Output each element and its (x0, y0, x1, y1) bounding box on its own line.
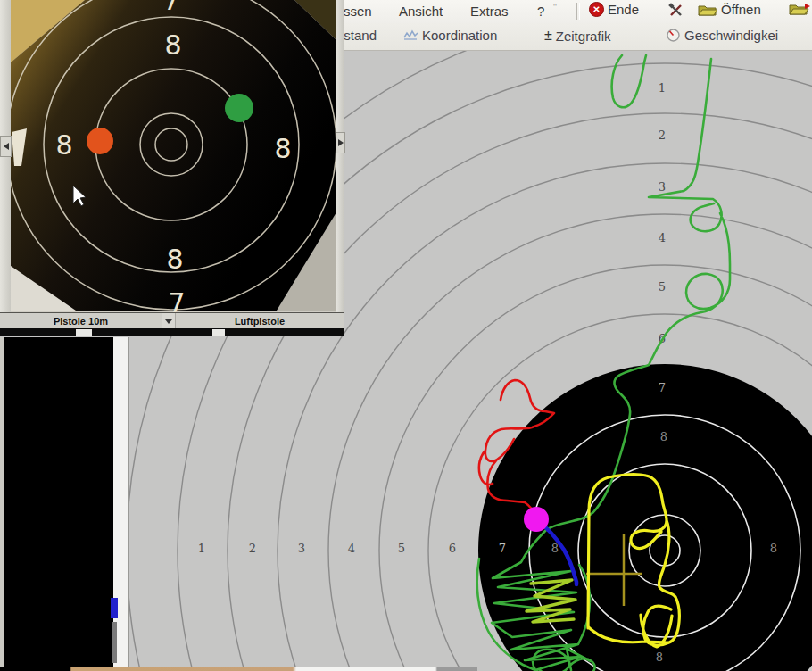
ring-label: 3 (659, 180, 666, 194)
camera-frame-right (336, 0, 344, 312)
ring-label: 4 (659, 231, 666, 244)
ring-label: 4 (348, 542, 355, 555)
ring-label: 1 (659, 81, 666, 95)
menu-ansicht[interactable]: Ansicht (399, 4, 443, 19)
ring-label: 8 (660, 430, 667, 443)
geschwindigkeit-label: Geschwindigkei (684, 28, 778, 43)
offnen-button[interactable]: Öffnen (698, 2, 761, 17)
geschwindigkeit-button[interactable]: Geschwindigkei (666, 28, 778, 43)
shot-hit-marker (524, 507, 549, 532)
discipline-dropdown-button[interactable] (162, 313, 176, 329)
menu-help[interactable]: ? (537, 4, 544, 19)
zeitgrafik-button[interactable]: ± Zeitgrafik (544, 28, 610, 44)
ring-label: 2 (659, 128, 666, 142)
tools-icon (667, 2, 684, 18)
photo-ring-number: 8 (55, 129, 72, 161)
live-target-photo: 888877 (11, 0, 336, 312)
folder-open-icon (698, 3, 717, 17)
discipline-select-value: Pistole 10m (54, 316, 108, 327)
scroll-left-button[interactable] (0, 136, 12, 157)
ring-label: 7 (499, 542, 506, 555)
ring-label: 7 (659, 381, 666, 394)
photo-ring-number: 8 (164, 29, 181, 61)
shot-hit-layer (524, 507, 549, 532)
ring-label: 2 (249, 542, 256, 555)
camera-status-bar: Pistole 10m Luftpistole (0, 312, 344, 329)
waveform-icon (403, 29, 418, 42)
photo-ring-number: 7 (162, 0, 179, 16)
ring-label: 5 (398, 542, 405, 555)
ring-label: 5 (659, 280, 666, 294)
ring-label: 3 (298, 542, 305, 555)
koordination-button[interactable]: Koordination (403, 28, 497, 43)
scrollbar-thumb[interactable] (112, 622, 117, 663)
camera-target-panel: 888877 Pistole 10m Luftpistole (0, 0, 344, 336)
vertical-scrollbar[interactable] (113, 337, 129, 671)
blank-panel (4, 337, 113, 667)
close-red-icon: ✕ (589, 2, 604, 17)
discipline-select[interactable]: Pistole 10m (0, 313, 162, 329)
ring-label: 1 (198, 542, 205, 555)
ring-label: 8 (770, 542, 777, 555)
folder-button-2[interactable] (789, 2, 812, 16)
camera-scrollbar-thumb[interactable] (76, 329, 92, 336)
tools-button[interactable] (667, 2, 684, 18)
weapon-type-label-cell: Luftpistole (176, 313, 344, 329)
zeitgrafik-label: Zeitgrafik (556, 29, 611, 44)
bottom-edge-strip (0, 667, 477, 671)
plus-minus-icon: ± (544, 28, 552, 44)
weapon-type-label: Luftpistole (235, 316, 285, 327)
arrow-left-icon (4, 143, 9, 150)
photo-ring-number: 8 (166, 244, 183, 275)
shot-marker-green (225, 94, 253, 122)
koordination-label: Koordination (422, 28, 497, 43)
photo-ring-number: 8 (274, 133, 291, 164)
menu-extras[interactable]: Extras (470, 4, 509, 19)
camera-scrollbar-piece (212, 329, 225, 336)
photo-ring-number: 7 (168, 287, 185, 313)
ende-button[interactable]: ✕ Ende (589, 2, 639, 17)
folder-open-red-arrow-icon (789, 2, 812, 16)
chevron-down-icon (165, 319, 172, 324)
gauge-icon (666, 28, 681, 43)
shot-marker-orange (87, 128, 113, 154)
ring-label: 8 (656, 650, 663, 664)
ring-label: 6 (449, 542, 456, 555)
ende-label: Ende (608, 2, 639, 17)
toolbar-separator (576, 3, 580, 20)
camera-scrollbar[interactable] (0, 328, 344, 336)
app-window: 123456788123456788 ssen Ansicht Extras ?… (0, 0, 812, 671)
menu-messen[interactable]: ssen (344, 4, 372, 19)
arrow-right-icon (338, 139, 344, 146)
offnen-label: Öffnen (721, 2, 761, 17)
scroll-right-button[interactable] (336, 132, 345, 153)
scrollbar-marker (111, 598, 118, 618)
toolbar-grip: " (553, 2, 557, 12)
